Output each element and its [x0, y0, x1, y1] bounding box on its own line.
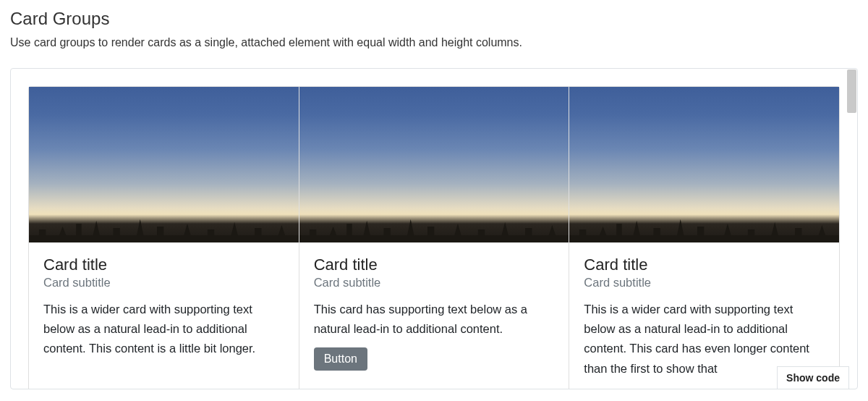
- card-text: This card has supporting text below as a…: [314, 300, 555, 339]
- card-body: Card title Card subtitle This is a wider…: [29, 242, 299, 381]
- section-heading: Card Groups: [10, 9, 858, 29]
- scrollbar-thumb[interactable]: [847, 69, 856, 113]
- card: Card title Card subtitle This card has s…: [299, 86, 570, 389]
- card-text: This is a wider card with supporting tex…: [43, 300, 284, 359]
- card-subtitle: Card subtitle: [314, 276, 555, 290]
- skyline-icon: [29, 214, 299, 242]
- card-title: Card title: [584, 256, 825, 274]
- card-title: Card title: [43, 256, 284, 274]
- skyline-icon: [299, 214, 569, 242]
- section-description: Use card groups to render cards as a sin…: [10, 36, 858, 49]
- card-subtitle: Card subtitle: [584, 276, 825, 290]
- skyline-icon: [569, 214, 839, 242]
- show-code-button[interactable]: Show code: [777, 366, 849, 389]
- card-image: [569, 87, 839, 242]
- card-group: Card title Card subtitle This is a wider…: [28, 86, 840, 389]
- card: Card title Card subtitle This is a wider…: [28, 86, 299, 389]
- example-frame: Card title Card subtitle This is a wider…: [10, 68, 858, 389]
- card-subtitle: Card subtitle: [43, 276, 284, 290]
- card-title: Card title: [314, 256, 555, 274]
- card-image: [29, 87, 299, 242]
- card-body: Card title Card subtitle This card has s…: [299, 242, 569, 384]
- card: Card title Card subtitle This is a wider…: [569, 86, 840, 389]
- card-image: [299, 87, 569, 242]
- card-action-button[interactable]: Button: [314, 347, 367, 371]
